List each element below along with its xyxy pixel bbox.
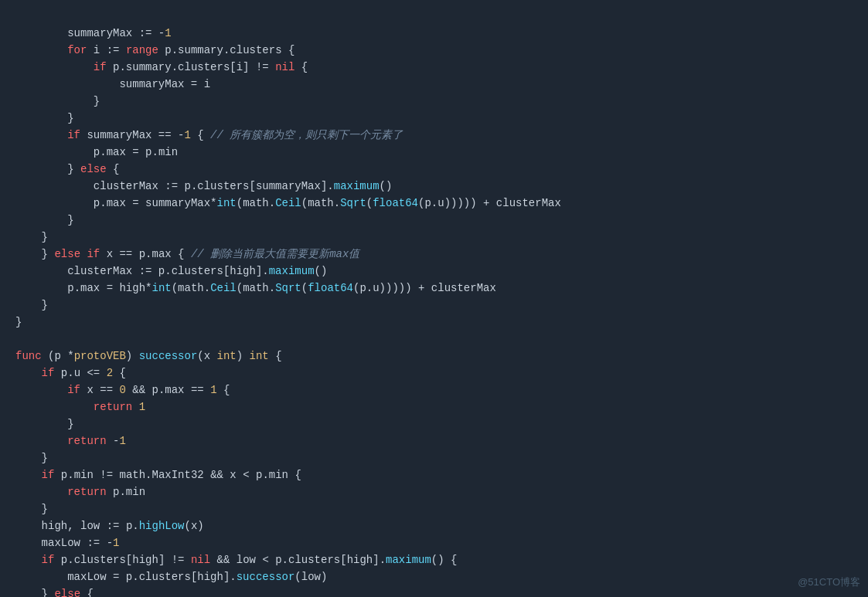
code-line-22: if x == 0 && p.max == 1 { [15, 384, 230, 396]
code-line-9: } else { [15, 163, 119, 175]
code-line-13: } [15, 231, 48, 243]
code-line-7: if summaryMax == -1 { // 所有簇都为空，则只剩下一个元素… [15, 129, 403, 141]
code-line-32: if p.clusters[high] != nil && low < p.cl… [15, 554, 457, 566]
code-line-30: high, low := p.highLow(x) [15, 520, 204, 532]
code-line-11: p.max = summaryMax*int(math.Ceil(math.Sq… [15, 197, 561, 209]
code-line-31: maxLow := -1 [15, 537, 119, 549]
code-line-4: summaryMax = i [15, 78, 210, 90]
code-line-12: } [15, 214, 74, 226]
code-line-6: } [15, 112, 74, 124]
code-line-28: return p.min [15, 486, 145, 498]
code-line-16: p.max = high*int(math.Ceil(math.Sqrt(flo… [15, 282, 496, 294]
code-line-3: if p.summary.clusters[i] != nil { [15, 61, 308, 73]
code-line-21: if p.u <= 2 { [15, 367, 126, 379]
code-line-14: } else if x == p.max { // 删除当前最大值需要更新max… [15, 248, 359, 260]
code-line-5: } [15, 95, 100, 107]
code-line-20: func (p *protoVEB) successor(x int) int … [15, 350, 282, 362]
code-line-15: clusterMax := p.clusters[high].maximum() [15, 265, 327, 277]
code-line-18: } [15, 316, 22, 328]
code-line-33: maxLow = p.clusters[high].successor(low) [15, 571, 327, 583]
code-line-29: } [15, 503, 48, 515]
code-editor: summaryMax := -1 for i := range p.summar… [0, 0, 868, 597]
code-line-8: p.max = p.min [15, 146, 178, 158]
code-line-34: } else { [15, 588, 94, 597]
code-line-24: } [15, 418, 74, 430]
code-line-23: return 1 [15, 401, 145, 413]
code-line-10: clusterMax := p.clusters[summaryMax].max… [15, 180, 392, 192]
code-line-2: for i := range p.summary.clusters { [15, 44, 294, 56]
code-line-25: return -1 [15, 435, 126, 447]
code-line-1: summaryMax := -1 [15, 27, 172, 39]
code-line-17: } [15, 299, 48, 311]
code-line-26: } [15, 452, 48, 464]
watermark: @51CTO博客 [798, 575, 860, 589]
code-line-27: if p.min != math.MaxInt32 && x < p.min { [15, 469, 301, 481]
